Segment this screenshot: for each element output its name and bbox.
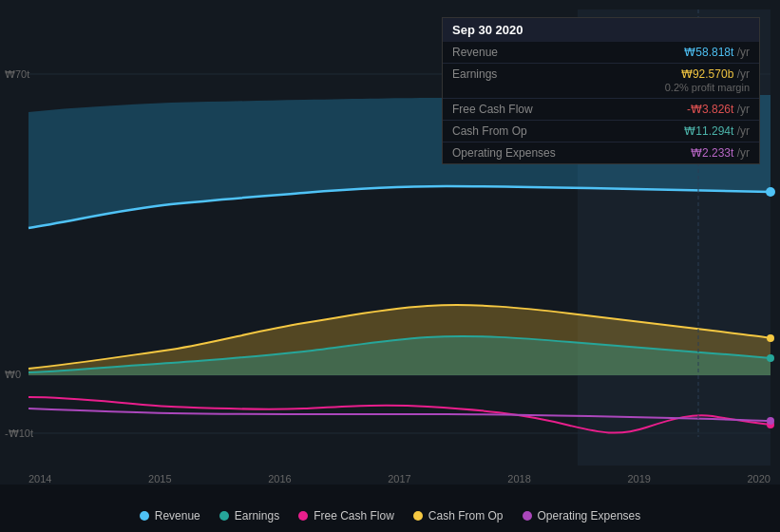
tooltip-earnings-label: Earnings xyxy=(452,67,497,94)
tooltip-fcf-label: Free Cash Flow xyxy=(452,103,533,116)
tooltip-cashop-row: Cash From Op ₩11.294t /yr xyxy=(443,121,759,142)
tooltip-revenue-row: Revenue ₩58.818t /yr xyxy=(443,42,759,64)
tooltip-earnings-row: Earnings ₩92.570b /yr 0.2% profit margin xyxy=(443,64,759,99)
legend-revenue-label: Revenue xyxy=(155,509,200,522)
x-label-2015: 2015 xyxy=(148,473,171,484)
legend-opex-label: Operating Expenses xyxy=(538,509,641,522)
legend-cashop[interactable]: Cash From Op xyxy=(413,509,504,522)
tooltip: Sep 30 2020 Revenue ₩58.818t /yr Earning… xyxy=(442,17,760,164)
tooltip-earnings-value: ₩92.570b /yr 0.2% profit margin xyxy=(665,67,750,94)
tooltip-fcf-value: -₩3.826t /yr xyxy=(687,103,750,116)
x-label-2016: 2016 xyxy=(268,473,291,484)
legend-earnings-dot xyxy=(219,511,229,521)
tooltip-opex-label: Operating Expenses xyxy=(452,146,556,160)
chart-legend: Revenue Earnings Free Cash Flow Cash Fro… xyxy=(0,509,780,522)
legend-fcf[interactable]: Free Cash Flow xyxy=(298,509,394,522)
x-label-2020: 2020 xyxy=(747,473,770,484)
x-label-2017: 2017 xyxy=(388,473,410,484)
tooltip-cashop-value: ₩11.294t /yr xyxy=(684,124,750,138)
x-axis: 2014 2015 2016 2017 2018 2019 2020 xyxy=(29,473,770,484)
legend-opex[interactable]: Operating Expenses xyxy=(523,509,641,522)
tooltip-date: Sep 30 2020 xyxy=(443,18,759,42)
legend-revenue-dot xyxy=(140,511,149,521)
legend-earnings[interactable]: Earnings xyxy=(219,509,279,522)
y-label-0: ₩0 xyxy=(5,369,21,381)
legend-cashop-label: Cash From Op xyxy=(428,509,504,522)
tooltip-fcf-row: Free Cash Flow -₩3.826t /yr xyxy=(443,99,759,121)
svg-point-6 xyxy=(766,187,775,197)
svg-point-8 xyxy=(767,354,774,362)
x-label-2019: 2019 xyxy=(627,473,650,484)
legend-opex-dot xyxy=(523,511,532,521)
svg-point-7 xyxy=(767,334,774,342)
legend-revenue[interactable]: Revenue xyxy=(140,509,200,522)
tooltip-revenue-label: Revenue xyxy=(452,46,498,59)
legend-fcf-label: Free Cash Flow xyxy=(314,509,394,522)
tooltip-opex-value: ₩2.233t /yr xyxy=(691,146,750,160)
svg-point-10 xyxy=(767,417,774,425)
y-label-70t: ₩70t xyxy=(5,68,29,81)
tooltip-cashop-label: Cash From Op xyxy=(452,124,527,138)
legend-earnings-label: Earnings xyxy=(235,509,279,522)
y-label-neg10t: -₩10t xyxy=(5,428,33,440)
tooltip-revenue-value: ₩58.818t /yr xyxy=(684,46,750,59)
legend-cashop-dot xyxy=(413,511,423,521)
x-label-2014: 2014 xyxy=(29,473,51,484)
x-label-2018: 2018 xyxy=(507,473,530,484)
legend-fcf-dot xyxy=(298,511,308,521)
tooltip-opex-row: Operating Expenses ₩2.233t /yr xyxy=(443,142,759,163)
